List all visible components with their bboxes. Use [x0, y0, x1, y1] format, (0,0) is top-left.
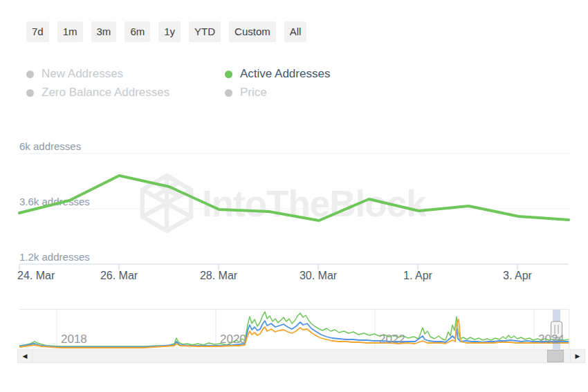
legend-dot-icon — [26, 71, 34, 78]
navigator-year-label: 2020 — [220, 333, 246, 346]
range-button-3m[interactable]: 3m — [91, 21, 117, 42]
main-chart[interactable] — [0, 138, 588, 285]
x-tick-label: 28. Mar — [200, 270, 237, 282]
legend-item-new-addresses[interactable]: New Addresses — [26, 67, 169, 81]
right-arrow-icon: ▶ — [576, 353, 580, 360]
range-button-1y[interactable]: 1y — [158, 21, 181, 42]
legend-column-2: Active AddressesPrice — [225, 67, 330, 100]
range-button-6m[interactable]: 6m — [125, 21, 150, 42]
main-series-line — [19, 176, 569, 221]
scrollbar[interactable]: ◀ ▶ — [17, 349, 585, 363]
navigator-year-label: 2024 — [538, 333, 564, 346]
legend-item-label: Zero Balance Addresses — [42, 86, 169, 100]
range-button-all[interactable]: All — [284, 21, 307, 42]
legend-item-label: Active Addresses — [240, 67, 330, 81]
legend-item-price[interactable]: Price — [225, 86, 330, 100]
range-button-ytd[interactable]: YTD — [189, 21, 221, 42]
navigator[interactable]: 2018202020222024 — [19, 309, 569, 349]
left-arrow-icon: ◀ — [23, 353, 28, 360]
legend-item-zero-balance-addresses[interactable]: Zero Balance Addresses — [26, 86, 169, 100]
legend-item-active-addresses[interactable]: Active Addresses — [225, 67, 330, 81]
addresses-chart-panel: 7d1m3m6m1yYTDCustomAll New AddressesZero… — [0, 0, 588, 392]
legend-dot-icon — [225, 89, 232, 97]
legend-item-label: Price — [240, 86, 267, 100]
x-tick-label: 1. Apr — [403, 270, 432, 282]
legend-item-label: New Addresses — [42, 67, 123, 81]
navigator-series-line — [19, 319, 569, 348]
range-button-custom[interactable]: Custom — [229, 21, 276, 42]
legend-column-1: New AddressesZero Balance Addresses — [26, 67, 169, 100]
x-tick-label: 3. Apr — [503, 270, 532, 282]
legend-dot-icon — [26, 89, 34, 97]
scrollbar-right-button[interactable]: ▶ — [570, 350, 585, 362]
x-tick-label: 26. Mar — [100, 270, 138, 282]
legend-dot-icon — [225, 71, 232, 78]
time-range-toolbar: 7d1m3m6m1yYTDCustomAll — [26, 21, 306, 42]
scrollbar-left-button[interactable]: ◀ — [18, 350, 33, 362]
navigator-year-label: 2022 — [379, 333, 405, 346]
navigator-year-label: 2018 — [61, 333, 87, 346]
x-tick-label: 24. Mar — [17, 270, 55, 282]
navigator-chart — [19, 310, 569, 349]
range-button-1m[interactable]: 1m — [57, 21, 83, 42]
x-tick-label: 30. Mar — [300, 270, 337, 282]
scrollbar-thumb[interactable] — [547, 350, 564, 362]
range-button-7d[interactable]: 7d — [26, 21, 49, 42]
